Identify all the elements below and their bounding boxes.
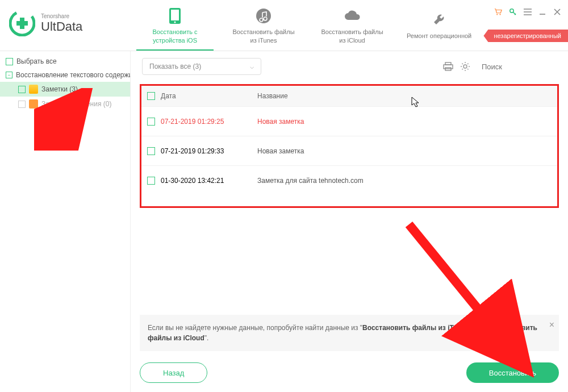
sidebar-item-notes[interactable]: Заметки (3)	[0, 82, 130, 97]
unregistered-ribbon: незарегистрированный	[483, 30, 568, 42]
menu-icon[interactable]	[524, 8, 532, 16]
sidebar-item-attachments[interactable]: Заметки Вложения (0)	[0, 97, 130, 111]
logo: Tenorshare UltData	[0, 0, 131, 47]
main-panel: Показать все (3) ⌵ Дата Название 07-21-2…	[131, 51, 568, 392]
checkbox-icon[interactable]	[147, 177, 155, 185]
brand-company: Tenorshare	[41, 13, 82, 19]
sidebar-label: Восстановление текстового содержимо	[16, 71, 130, 79]
search-box[interactable]	[477, 59, 557, 74]
minimize-icon[interactable]	[538, 8, 546, 16]
checkbox-icon[interactable]	[18, 86, 26, 93]
checkbox-icon[interactable]	[147, 118, 155, 126]
toolbar: Показать все (3) ⌵	[131, 51, 568, 82]
cell-name: Новая заметка	[257, 118, 552, 126]
svg-rect-4	[171, 10, 179, 20]
phone-icon	[169, 7, 181, 24]
tab-label: Восстановить с устройства iOS	[141, 28, 209, 44]
chevron-down-icon: ⌵	[250, 62, 254, 70]
cell-name: Заметка для сайта tehnotech.com	[257, 177, 552, 185]
print-icon[interactable]	[443, 61, 453, 72]
itunes-icon	[256, 8, 272, 24]
table-row[interactable]: 07-21-2019 01:29:25 Новая заметка	[141, 106, 557, 136]
sidebar-item-label: Заметки Вложения (0)	[41, 100, 111, 108]
key-icon[interactable]	[509, 8, 517, 16]
checkbox-icon[interactable]	[6, 58, 13, 65]
dropdown-label: Показать все (3)	[149, 62, 201, 70]
back-button[interactable]: Назад	[140, 362, 207, 383]
hint-text-3: ".	[204, 334, 209, 342]
cell-date: 01-30-2020 13:42:21	[161, 177, 252, 185]
cloud-icon	[344, 10, 361, 22]
recover-button[interactable]: Восстановить	[466, 362, 559, 383]
window-controls	[494, 8, 561, 16]
cart-icon[interactable]	[494, 8, 502, 16]
cell-date: 07-21-2019 01:29:25	[161, 118, 252, 126]
tab-label: Ремонт операционной	[407, 32, 471, 40]
sidebar-item-label: Заметки (3)	[41, 85, 78, 93]
footer: Назад Восстановить	[140, 362, 559, 383]
svg-rect-2	[16, 21, 28, 26]
brand-product: UltData	[41, 19, 82, 34]
tab-recover-icloud[interactable]: Восстановить файлы из iCloud	[308, 0, 396, 51]
sidebar-select-all[interactable]: Выбрать все	[0, 55, 130, 68]
sidebar: Выбрать все − Восстановление текстового …	[0, 51, 131, 392]
app-header: Tenorshare UltData Восстановить с устрой…	[0, 0, 568, 51]
tab-recover-ios[interactable]: Восстановить с устройства iOS	[131, 0, 219, 51]
tab-label: Восстановить файлы из iTunes	[229, 28, 298, 44]
svg-point-13	[463, 65, 467, 68]
filter-dropdown[interactable]: Показать все (3) ⌵	[142, 58, 261, 75]
attachment-icon	[29, 99, 38, 109]
app-body: Выбрать все − Восстановление текстового …	[0, 51, 568, 392]
tab-recover-itunes[interactable]: Восстановить файлы из iTunes	[219, 0, 308, 51]
gear-icon[interactable]	[460, 61, 470, 72]
svg-point-6	[256, 9, 271, 23]
notes-icon	[29, 85, 38, 94]
search-input[interactable]	[482, 62, 568, 71]
table-row[interactable]: 01-30-2020 13:42:21 Заметка для сайта te…	[141, 165, 557, 195]
column-header-name[interactable]: Название	[257, 92, 552, 100]
collapse-icon[interactable]: −	[6, 72, 12, 78]
hint-text-1: Если вы не найдете нужные данные, попроб…	[148, 324, 362, 332]
close-icon[interactable]: ×	[549, 318, 554, 332]
table-row[interactable]: 07-21-2019 01:29:33 Новая заметка	[141, 136, 557, 165]
checkbox-icon[interactable]	[18, 101, 26, 108]
svg-point-7	[496, 14, 498, 15]
tab-repair-os[interactable]: Ремонт операционной	[396, 0, 482, 51]
results-table: Дата Название 07-21-2019 01:29:25 Новая …	[140, 84, 559, 208]
hint-bold-1: Восстановить файлы из iTunes	[362, 324, 469, 332]
tab-label: Восстановить файлы из iCloud	[318, 28, 386, 44]
hint-text-2: " или "	[469, 324, 490, 332]
close-icon[interactable]	[553, 8, 561, 16]
sidebar-group[interactable]: − Восстановление текстового содержимо	[0, 68, 130, 82]
checkbox-icon[interactable]	[147, 92, 155, 100]
column-header-date[interactable]: Дата	[161, 92, 252, 100]
svg-point-8	[499, 14, 500, 15]
wrench-icon	[432, 12, 446, 27]
checkbox-icon[interactable]	[147, 147, 155, 155]
svg-point-5	[174, 22, 176, 23]
cell-name: Новая заметка	[257, 147, 552, 155]
cell-date: 07-21-2019 01:29:33	[161, 147, 252, 155]
hint-bar: × Если вы не найдете нужные данные, попр…	[140, 315, 559, 351]
logo-icon	[9, 10, 35, 36]
sidebar-label: Выбрать все	[16, 57, 57, 65]
table-header: Дата Название	[141, 86, 557, 106]
